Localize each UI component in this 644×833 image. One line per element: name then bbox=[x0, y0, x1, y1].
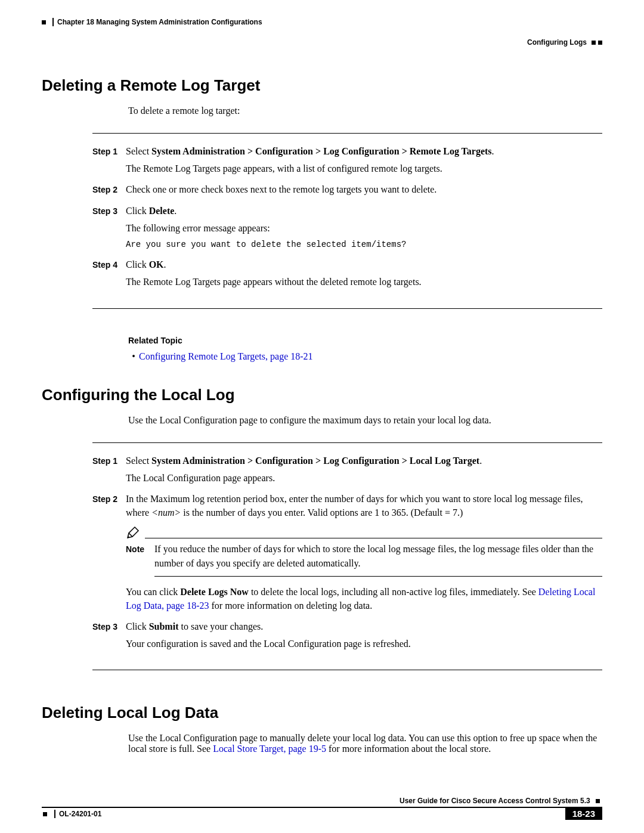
note-header bbox=[126, 525, 602, 540]
note-text: If you reduce the number of days for whi… bbox=[154, 542, 602, 576]
nav-path-bold: System Administration > Configuration > … bbox=[151, 456, 479, 466]
heading-deleting-remote-log-target: Deleting a Remote Log Target bbox=[42, 76, 602, 95]
page-number: 18-23 bbox=[565, 807, 602, 820]
step-body: Select System Administration > Configura… bbox=[126, 144, 602, 179]
page-container: Chapter 18 Managing System Administratio… bbox=[0, 0, 644, 833]
code-text: Are you sure you want to delete the sele… bbox=[126, 239, 602, 250]
header-right: Configuring Logs bbox=[527, 38, 602, 47]
italic-text: <num> bbox=[151, 507, 181, 518]
section-label: Configuring Logs bbox=[527, 38, 587, 47]
bold-text: Submit bbox=[149, 621, 179, 631]
note-label: Note bbox=[126, 542, 154, 576]
step-row: Step 1 Select System Administration > Co… bbox=[92, 144, 602, 179]
intro-text: Use the Local Configuration page to manu… bbox=[128, 733, 602, 754]
text: The Remote Log Targets page appears, wit… bbox=[126, 162, 602, 175]
text: The following error message appears: bbox=[126, 221, 602, 235]
doc-number: OL-24201-01 bbox=[59, 810, 101, 818]
intro-text: Use the Local Configuration page to conf… bbox=[128, 415, 602, 426]
step-label: Step 1 bbox=[92, 454, 126, 488]
footer-bar: OL-24201-01 18-23 bbox=[42, 807, 602, 820]
step-label: Step 2 bbox=[92, 182, 126, 200]
intro-text: To delete a remote log target: bbox=[128, 106, 602, 116]
text: Check one or more check boxes next to th… bbox=[126, 182, 602, 196]
text: The Local Configuration page appears. bbox=[126, 471, 602, 485]
related-topic-title: Related Topic bbox=[128, 336, 602, 345]
text: to delete the local logs, including all … bbox=[249, 587, 538, 597]
heading-configuring-local-log: Configuring the Local Log bbox=[42, 386, 602, 404]
text: for more information on deleting log dat… bbox=[209, 600, 373, 611]
step-body: Select System Administration > Configura… bbox=[126, 454, 602, 488]
footer-guide-title: User Guide for Cisco Secure Access Contr… bbox=[42, 797, 602, 805]
nav-path-bold: System Administration > Configuration > … bbox=[151, 146, 491, 156]
text: is the number of days you enter. Valid o… bbox=[181, 507, 463, 518]
text: Select bbox=[126, 456, 151, 466]
step-body: Check one or more check boxes next to th… bbox=[126, 182, 602, 200]
square-icon bbox=[598, 41, 602, 45]
heading-deleting-local-log-data: Deleting Local Log Data bbox=[42, 704, 602, 722]
note-block: Note If you reduce the number of days fo… bbox=[126, 525, 602, 576]
text: You can click bbox=[126, 587, 180, 597]
step-label: Step 3 bbox=[92, 204, 126, 255]
step-label: Step 3 bbox=[92, 620, 126, 654]
square-icon bbox=[43, 812, 47, 816]
text: Select bbox=[126, 146, 151, 156]
step-body: Click Delete. The following error messag… bbox=[126, 204, 602, 255]
list-item: • Configuring Remote Log Targets, page 1… bbox=[128, 351, 602, 362]
steps-block: Step 1 Select System Administration > Co… bbox=[92, 133, 602, 309]
divider-icon bbox=[52, 18, 54, 26]
bullet-icon: • bbox=[128, 351, 139, 362]
note-pencil-icon bbox=[126, 525, 140, 540]
text: . bbox=[164, 259, 166, 270]
text: Your configuration is saved and the Loca… bbox=[126, 637, 602, 651]
note-content: Note If you reduce the number of days fo… bbox=[126, 542, 602, 576]
step-row: Step 3 Click Delete. The following error… bbox=[92, 204, 602, 255]
square-icon bbox=[596, 799, 600, 803]
text: to save your changes. bbox=[178, 621, 263, 631]
text: Click bbox=[126, 621, 149, 631]
text: Click bbox=[126, 259, 149, 270]
bold-text: Delete Logs Now bbox=[180, 587, 249, 597]
step-row: Step 4 Click OK. The Remote Log Targets … bbox=[92, 258, 602, 292]
text: The Remote Log Targets page appears with… bbox=[126, 275, 602, 289]
bullet-list: • Configuring Remote Log Targets, page 1… bbox=[128, 351, 602, 362]
footer-left: OL-24201-01 bbox=[42, 807, 565, 820]
text: User Guide for Cisco Secure Access Contr… bbox=[400, 797, 590, 805]
text: . bbox=[479, 456, 482, 466]
divider-icon bbox=[54, 810, 55, 818]
related-topic-block: Related Topic • Configuring Remote Log T… bbox=[128, 336, 602, 362]
text: Click bbox=[126, 206, 149, 216]
step-label: Step 1 bbox=[92, 144, 126, 179]
step-body: In the Maximum log retention period box,… bbox=[126, 492, 602, 616]
header-left: Chapter 18 Managing System Administratio… bbox=[42, 18, 262, 26]
square-icon bbox=[592, 41, 596, 45]
step-row: Step 1 Select System Administration > Co… bbox=[92, 454, 602, 488]
step-row: Step 2 In the Maximum log retention peri… bbox=[92, 492, 602, 616]
step-row: Step 2 Check one or more check boxes nex… bbox=[92, 182, 602, 200]
page-footer: User Guide for Cisco Secure Access Contr… bbox=[42, 797, 602, 820]
step-label: Step 2 bbox=[92, 492, 126, 616]
content-area: Deleting a Remote Log Target To delete a… bbox=[42, 76, 602, 754]
text: for more information about the local sto… bbox=[326, 744, 491, 754]
step-row: Step 3 Click Submit to save your changes… bbox=[92, 620, 602, 654]
text: . bbox=[174, 206, 177, 216]
link-local-store-target[interactable]: Local Store Target, page 19-5 bbox=[213, 744, 326, 754]
square-icon bbox=[42, 20, 46, 24]
text: . bbox=[492, 146, 494, 156]
running-header: Chapter 18 Managing System Administratio… bbox=[42, 18, 602, 26]
step-body: Click OK. The Remote Log Targets page ap… bbox=[126, 258, 602, 292]
steps-block: Step 1 Select System Administration > Co… bbox=[92, 442, 602, 671]
bold-text: OK bbox=[149, 259, 164, 270]
link-configuring-remote-log-targets[interactable]: Configuring Remote Log Targets, page 18-… bbox=[139, 351, 313, 361]
step-label: Step 4 bbox=[92, 258, 126, 292]
step-body: Click Submit to save your changes. Your … bbox=[126, 620, 602, 654]
bold-text: Delete bbox=[149, 206, 175, 216]
chapter-label: Chapter 18 Managing System Administratio… bbox=[57, 18, 262, 26]
note-rule bbox=[145, 537, 602, 538]
running-header-right-row: Configuring Logs bbox=[42, 27, 602, 47]
